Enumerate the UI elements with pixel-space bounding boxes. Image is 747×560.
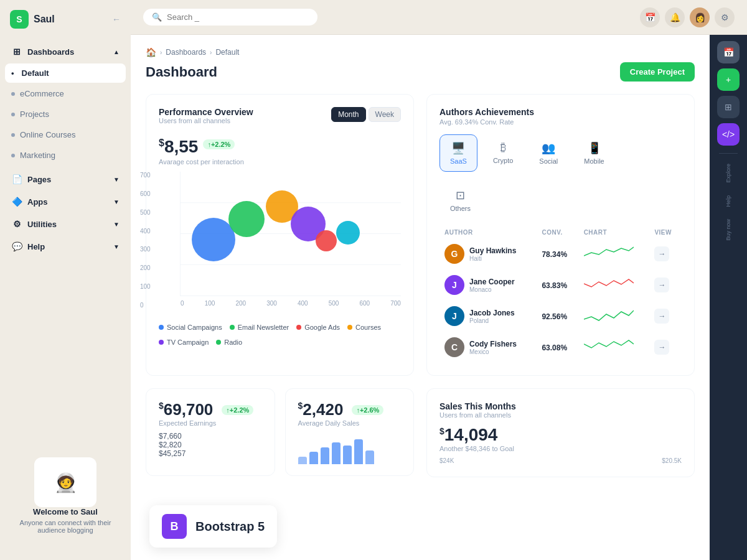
search-input[interactable] <box>167 12 309 22</box>
topbar-notification-icon[interactable]: 🔔 <box>665 7 685 27</box>
legend-tv: TV Campaign <box>159 338 209 346</box>
topbar: 🔍 📅 🔔 👩 ⚙ <box>131 0 747 35</box>
cat-tab-others[interactable]: ⊡ Others <box>439 182 481 219</box>
perf-header: Performance Overview Users from all chan… <box>159 107 401 124</box>
rs-grid-btn[interactable]: ⊞ <box>717 96 740 118</box>
breadcrumb-home[interactable]: 🏠 <box>146 47 156 57</box>
help-icon: 💬 <box>11 241 22 252</box>
sidebar-item-online-courses[interactable]: Online Courses <box>5 125 126 144</box>
rs-help-label[interactable]: Help <box>723 190 734 212</box>
breadcrumb-dashboards[interactable]: Dashboards <box>166 48 206 57</box>
crypto-icon: ₿ <box>500 141 506 154</box>
bubble-google <box>316 230 337 251</box>
cat-tab-saas[interactable]: 🖥️ SaaS <box>439 134 477 172</box>
performance-card: Performance Overview Users from all chan… <box>146 94 414 376</box>
sidebar-bottom: 🧑‍🚀 Welcome to Saul Anyone can connect w… <box>0 447 131 550</box>
legend-label: TV Campaign <box>167 338 209 346</box>
sidebar-item-projects[interactable]: Projects <box>5 105 126 124</box>
chevron-icon: ▼ <box>113 221 120 228</box>
authors-table: AUTHOR CONV. CHART VIEW G <box>439 226 682 363</box>
rs-add-btn[interactable]: + <box>717 68 740 91</box>
view-button[interactable]: → <box>654 340 669 355</box>
tab-month[interactable]: Month <box>331 107 365 122</box>
sidebar-item-ecommerce[interactable]: eCommerce <box>5 84 126 103</box>
perf-tabs: Month Week <box>331 107 401 122</box>
sidebar-item-label: Projects <box>20 110 120 119</box>
sidebar: S Saul ← ⊞ Dashboards ▲ Default eCommerc… <box>0 0 131 560</box>
sidebar-item-pages[interactable]: 📄 Pages ▼ <box>5 169 126 190</box>
nav-section: ⊞ Dashboards ▲ Default eCommerce Project… <box>0 41 131 258</box>
bar <box>354 439 363 464</box>
rs-code-btn[interactable]: </> <box>717 123 740 146</box>
daily-sales-label: Average Daily Sales <box>298 419 402 427</box>
sidebar-item-label: Utilities <box>27 220 108 229</box>
cat-tab-social[interactable]: 👥 Social <box>529 134 568 172</box>
avatar: J <box>444 306 464 326</box>
sidebar-item-default[interactable]: Default <box>5 63 126 83</box>
author-country: Mexico <box>469 348 517 355</box>
main-area: 🔍 📅 🔔 👩 ⚙ 🏠 › Dashboards › Default Dashb… <box>131 0 747 560</box>
cat-tab-mobile[interactable]: 📱 Mobile <box>573 134 614 172</box>
rs-calendar-btn[interactable]: 📅 <box>717 41 740 63</box>
legend-label: Courses <box>355 324 381 331</box>
chevron-icon: ▼ <box>113 176 120 183</box>
legend-dot <box>159 325 164 330</box>
view-button[interactable]: → <box>654 309 669 324</box>
dashboards-icon: ⊞ <box>11 46 22 57</box>
perf-label: Avarage cost per interaction <box>159 158 401 166</box>
sidebar-item-help[interactable]: 💬 Help ▼ <box>5 236 126 257</box>
topbar-avatar[interactable]: 👩 <box>690 7 710 27</box>
legend-dot <box>296 325 301 330</box>
sidebar-item-label: Online Courses <box>20 130 120 139</box>
earnings-label: Expected Earnings <box>159 419 262 427</box>
sidebar-item-marketing[interactable]: Marketing <box>5 146 126 165</box>
legend-dot <box>159 340 164 345</box>
cat-label: SaaS <box>450 157 467 165</box>
dashboard-grid: Performance Overview Users from all chan… <box>146 94 695 477</box>
nav-dot <box>11 154 15 157</box>
sales-y1: $24K <box>439 457 454 464</box>
sales-value: $14,094 <box>439 425 497 445</box>
mini-chart <box>584 306 634 324</box>
conv-rate: 92.56% <box>542 312 567 321</box>
bubble-email <box>228 201 265 237</box>
bar <box>321 447 329 465</box>
legend-dot <box>230 325 235 330</box>
search-box[interactable]: 🔍 <box>143 9 317 26</box>
topbar-settings-icon[interactable]: ⚙ <box>715 7 735 27</box>
sidebar-item-label: Dashboards <box>27 47 108 57</box>
rs-explore-label[interactable]: Explore <box>723 159 734 188</box>
bootstrap-overlay: B Bootstrap 5 <box>149 505 277 548</box>
bar <box>309 452 318 464</box>
brand: S Saul ← <box>0 10 131 41</box>
author-name: Cody Fishers <box>469 340 517 348</box>
sidebar-item-utilities[interactable]: ⚙ Utilities ▼ <box>5 213 126 235</box>
cat-tab-crypto[interactable]: ₿ Crypto <box>482 134 524 172</box>
mobile-icon: 📱 <box>588 141 601 155</box>
earnings-value: $69,700 <box>159 400 213 419</box>
sidebar-item-apps[interactable]: 🔷 Apps ▼ <box>5 191 126 212</box>
topbar-calendar-icon[interactable]: 📅 <box>640 7 660 27</box>
sidebar-item-dashboards[interactable]: ⊞ Dashboards ▲ <box>5 41 126 62</box>
col-author: AUTHOR <box>439 226 537 238</box>
create-project-button[interactable]: Create Project <box>620 62 695 82</box>
brand-arrow[interactable]: ← <box>112 14 121 24</box>
search-icon: 🔍 <box>152 12 162 22</box>
conv-rate: 63.83% <box>542 281 567 290</box>
sidebar-item-label: Help <box>27 242 108 251</box>
legend-courses: Courses <box>347 324 381 331</box>
author-info: G Guy Hawkins Haiti <box>444 244 532 264</box>
view-button[interactable]: → <box>654 278 669 292</box>
sidebar-item-label: Default <box>22 68 120 78</box>
page-title: Dashboard <box>146 64 217 80</box>
apps-icon: 🔷 <box>11 196 22 207</box>
y-axis: 700 600 500 400 300 200 100 0 <box>140 172 151 309</box>
earnings-amounts: $7,660 $2,820 $45,257 <box>159 432 262 458</box>
stats-grid: $69,700 +2.2% Expected Earnings $7,660 $… <box>146 388 414 476</box>
view-button[interactable]: → <box>654 246 669 261</box>
brand-name: Saul <box>34 14 55 25</box>
perf-value: $8,55 <box>159 137 198 157</box>
rs-buy-label[interactable]: Buy now <box>723 214 734 246</box>
tab-week[interactable]: Week <box>369 107 401 122</box>
conv-rate: 78.34% <box>542 250 567 259</box>
